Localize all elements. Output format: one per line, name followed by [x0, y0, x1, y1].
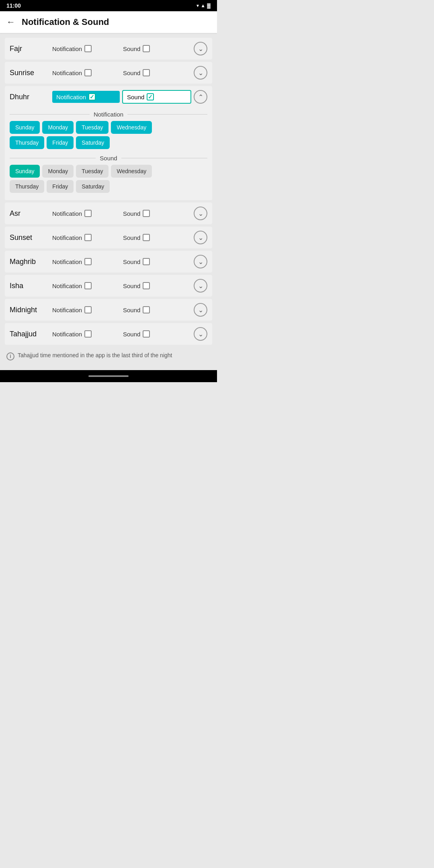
battery-icon: ▓ [207, 3, 211, 8]
maghrib-expand-button[interactable]: ⌄ [194, 255, 207, 268]
back-button[interactable]: ← [6, 17, 15, 27]
divider-line-left [10, 114, 90, 115]
dhuhr-sound-monday[interactable]: Monday [42, 165, 74, 178]
divider-line-right [127, 114, 207, 115]
sunrise-expand-button[interactable]: ⌄ [194, 66, 207, 80]
isha-row: Isha Notification Sound ⌄ [5, 275, 212, 297]
tahajjud-notification-label: Notification [52, 330, 121, 338]
asr-expand-button[interactable]: ⌄ [194, 207, 207, 220]
tahajjud-row: Tahajjud Notification Sound ⌄ [5, 323, 212, 345]
maghrib-name: Maghrib [10, 258, 50, 266]
sunrise-row: Sunrise Notification Sound ⌄ [5, 62, 212, 84]
notification-divider-label: Notification [94, 111, 123, 118]
dhuhr-expanded-section: Notification Sunday Monday Tuesday Wedne… [5, 108, 212, 200]
dhuhr-name: Dhuhr [10, 93, 50, 101]
sunrise-card: Sunrise Notification Sound ⌄ [5, 62, 212, 84]
asr-sound-checkbox[interactable] [143, 210, 150, 217]
status-time: 11:00 [6, 2, 21, 9]
asr-card: Asr Notification Sound ⌄ [5, 203, 212, 224]
sunrise-notification-checkbox[interactable] [84, 69, 92, 76]
midnight-name: Midnight [10, 306, 50, 314]
midnight-expand-button[interactable]: ⌄ [194, 303, 207, 317]
dhuhr-notif-friday[interactable]: Friday [47, 136, 74, 149]
sunset-row: Sunset Notification Sound ⌄ [5, 227, 212, 248]
dhuhr-notif-sunday[interactable]: Sunday [10, 121, 40, 134]
status-icons: ▾ ▲ ▓ [197, 3, 211, 8]
maghrib-sound-label: Sound [123, 258, 191, 265]
dhuhr-sound-sunday[interactable]: Sunday [10, 165, 40, 178]
isha-sound-checkbox[interactable] [143, 282, 150, 289]
sunset-notification-checkbox[interactable] [84, 234, 92, 241]
asr-notification-checkbox[interactable] [84, 210, 92, 217]
dhuhr-notif-monday[interactable]: Monday [42, 121, 74, 134]
sound-divider-line-right [121, 158, 207, 158]
asr-name: Asr [10, 209, 50, 218]
fajr-sound-label: Sound [123, 45, 191, 52]
dhuhr-notification-label: Notification [52, 91, 120, 103]
midnight-notification-label: Notification [52, 306, 121, 313]
dhuhr-card: Dhuhr Notification Sound ⌃ Notification … [5, 86, 212, 200]
signal-icon: ▲ [201, 3, 205, 8]
fajr-notification-checkbox[interactable] [84, 45, 92, 52]
dhuhr-sound-days-2: Thursday Friday Saturday [10, 180, 207, 193]
sunrise-sound-checkbox[interactable] [143, 69, 150, 76]
dhuhr-sound-friday[interactable]: Friday [47, 180, 74, 193]
dhuhr-notification-days-2: Thursday Friday Saturday [10, 136, 207, 149]
tahajjud-notification-checkbox[interactable] [84, 330, 92, 338]
maghrib-notification-checkbox[interactable] [84, 258, 92, 265]
dhuhr-notification-checkbox[interactable] [88, 93, 96, 100]
sunset-card: Sunset Notification Sound ⌄ [5, 227, 212, 248]
sunset-expand-button[interactable]: ⌄ [194, 231, 207, 244]
tahajjud-sound-label: Sound [123, 330, 191, 338]
content: Fajr Notification Sound ⌄ Sunrise Notifi… [0, 33, 217, 370]
fajr-row: Fajr Notification Sound ⌄ [5, 38, 212, 59]
maghrib-row: Maghrib Notification Sound ⌄ [5, 251, 212, 272]
sunset-sound-checkbox[interactable] [143, 234, 150, 241]
dhuhr-expand-button[interactable]: ⌃ [194, 90, 207, 104]
isha-notification-label: Notification [52, 282, 121, 289]
sound-divider-line-left [10, 158, 96, 158]
sound-divider-label: Sound [100, 155, 117, 162]
nav-bar [0, 370, 217, 382]
sunrise-notification-label: Notification [52, 69, 121, 76]
isha-expand-button[interactable]: ⌄ [194, 279, 207, 293]
isha-name: Isha [10, 282, 50, 290]
dhuhr-sound-tuesday[interactable]: Tuesday [76, 165, 108, 178]
dhuhr-sound-saturday[interactable]: Saturday [76, 180, 110, 193]
dhuhr-notif-saturday[interactable]: Saturday [76, 136, 110, 149]
sunset-sound-label: Sound [123, 234, 191, 241]
dhuhr-sound-wednesday[interactable]: Wednesday [111, 165, 152, 178]
fajr-card: Fajr Notification Sound ⌄ [5, 38, 212, 59]
dhuhr-sound-days: Sunday Monday Tuesday Wednesday [10, 165, 207, 178]
header: ← Notification & Sound [0, 11, 217, 33]
status-bar: 11:00 ▾ ▲ ▓ [0, 0, 217, 11]
midnight-sound-label: Sound [123, 306, 191, 313]
isha-notification-checkbox[interactable] [84, 282, 92, 289]
notification-divider: Notification [10, 108, 207, 121]
info-icon: i [6, 352, 14, 360]
asr-sound-label: Sound [123, 210, 191, 217]
isha-sound-label: Sound [123, 282, 191, 289]
dhuhr-sound-checkbox[interactable] [147, 93, 154, 100]
midnight-sound-checkbox[interactable] [143, 306, 150, 313]
sunrise-sound-label: Sound [123, 69, 191, 76]
sunset-notification-label: Notification [52, 234, 121, 241]
dhuhr-notif-tuesday[interactable]: Tuesday [76, 121, 108, 134]
asr-row: Asr Notification Sound ⌄ [5, 203, 212, 224]
dhuhr-notif-wednesday[interactable]: Wednesday [111, 121, 152, 134]
fajr-sound-checkbox[interactable] [143, 45, 150, 52]
maghrib-card: Maghrib Notification Sound ⌄ [5, 251, 212, 272]
asr-notification-label: Notification [52, 210, 121, 217]
dhuhr-notif-thursday[interactable]: Thursday [10, 136, 44, 149]
dhuhr-row: Dhuhr Notification Sound ⌃ [5, 86, 212, 108]
maghrib-sound-checkbox[interactable] [143, 258, 150, 265]
tahajjud-sound-checkbox[interactable] [143, 330, 150, 338]
sunrise-name: Sunrise [10, 69, 50, 77]
fajr-notification-label: Notification [52, 45, 121, 52]
midnight-notification-checkbox[interactable] [84, 306, 92, 313]
fajr-expand-button[interactable]: ⌄ [194, 42, 207, 55]
tahajjud-expand-button[interactable]: ⌄ [194, 327, 207, 341]
footer-note: i Tahajjud time mentioned in the app is … [5, 347, 212, 365]
dhuhr-sound-thursday[interactable]: Thursday [10, 180, 44, 193]
tahajjud-card: Tahajjud Notification Sound ⌄ [5, 323, 212, 345]
